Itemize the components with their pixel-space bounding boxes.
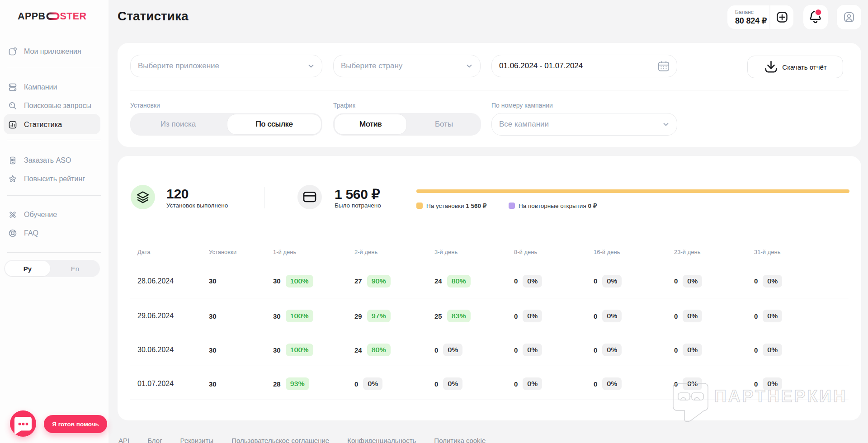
svg-text:STER: STER — [60, 11, 87, 21]
svg-text:APPB: APPB — [18, 11, 45, 21]
svg-text:ПАРТНЕРКИН: ПАРТНЕРКИН — [714, 387, 847, 405]
